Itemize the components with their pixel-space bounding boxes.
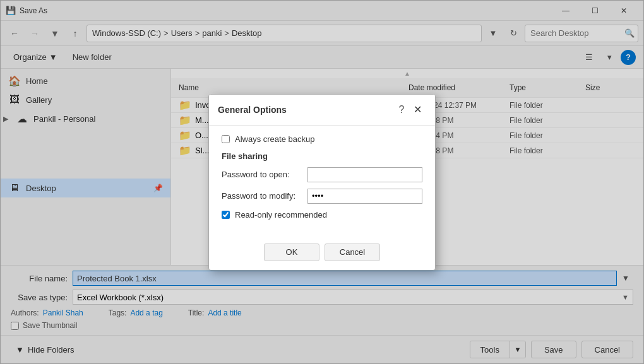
modal-help-icon[interactable]: ?: [395, 103, 408, 117]
modal-ok-button[interactable]: OK: [264, 244, 319, 261]
modal-title: General Options: [218, 105, 395, 115]
always-backup-row: Always create backup: [222, 134, 422, 144]
modal-overlay: General Options ? ✕ Always create backup…: [1, 1, 643, 363]
readonly-label: Read-only recommended: [235, 210, 327, 220]
modal-body: Always create backup File sharing Passwo…: [209, 126, 435, 237]
always-backup-checkbox[interactable]: [222, 135, 230, 143]
readonly-row: Read-only recommended: [222, 210, 422, 220]
password-modify-row: Password to modify:: [222, 189, 422, 204]
modal-cancel-button[interactable]: Cancel: [325, 244, 380, 261]
modify-password-input[interactable]: [307, 189, 422, 204]
readonly-checkbox[interactable]: [222, 211, 230, 219]
save-as-window: 💾 Save As ― ☐ ✕ ← → ▼ ↑ Windows-SSD (C:)…: [0, 0, 644, 364]
modal-close-button[interactable]: ✕: [408, 101, 426, 119]
general-options-dialog: General Options ? ✕ Always create backup…: [208, 94, 436, 271]
modal-footer: OK Cancel: [209, 237, 435, 270]
always-backup-label: Always create backup: [235, 134, 314, 144]
password-open-row: Password to open:: [222, 167, 422, 182]
modal-header: General Options ? ✕: [209, 95, 435, 126]
file-sharing-label: File sharing: [222, 151, 422, 161]
modify-password-label: Password to modify:: [222, 191, 302, 201]
open-password-input[interactable]: [307, 167, 422, 182]
open-password-label: Password to open:: [222, 170, 302, 179]
